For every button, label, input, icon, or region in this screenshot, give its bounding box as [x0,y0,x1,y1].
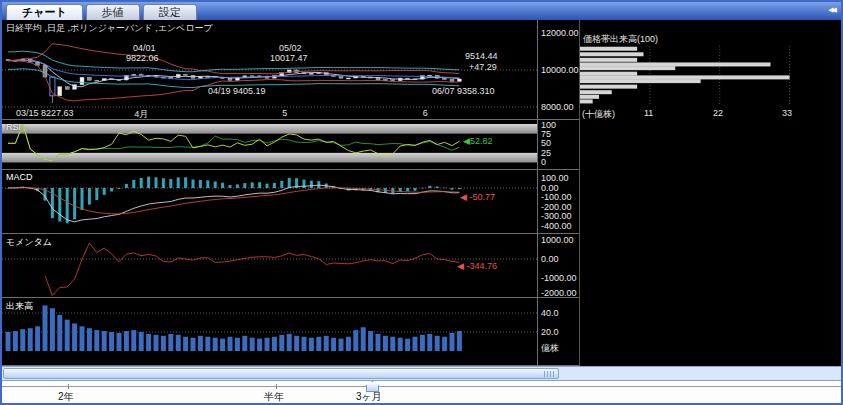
rsi-row: RSI ◀52.82 100 75 50 25 0 [2,120,841,170]
macd-label: MACD [6,172,33,182]
vol-tick-40: 40.0 [541,308,559,318]
volume-canvas [2,298,538,366]
range-thumb[interactable] [366,381,379,392]
time-range-selector[interactable]: 2年 半年 3ヶ月 [2,380,841,403]
rsi-tick-50: 50 [541,138,551,148]
range-label-2y[interactable]: 2年 [58,390,74,404]
rsi-label: RSI [6,122,21,132]
range-label-3m[interactable]: 3ヶ月 [356,390,382,404]
scrollbar-thumb[interactable] [3,368,559,379]
last-price: 9514.44 [465,51,498,61]
annotation-0502-date: 05/02 [279,43,302,53]
x-tick-june: 6 [423,108,428,118]
annotation-0502-price: 10017.47 [270,53,308,63]
main-chart-row: 日経平均 ,日足 ,ボリンジャーバンド ,エンベロープ 04/01 9822.0… [2,20,841,120]
momentum-value: ◀ -344.76 [457,261,497,271]
main-chart-plot[interactable]: 日経平均 ,日足 ,ボリンジャーバンド ,エンベロープ 04/01 9822.0… [2,20,538,120]
x-tick-may: 5 [282,108,287,118]
volume-label: 出来高 [6,300,33,313]
momentum-row: モメンタム ◀ -344.76 1000.00 0.00 -1000.00 -2… [2,234,841,298]
macd-tick-n100: -100.00 [541,192,572,202]
vol-tick-20: 20.0 [541,327,559,337]
chart-window: チャート 歩値 設定 ◀◀ 日経平均 ,日足 ,ボリンジャーバンド ,エンベロー… [0,0,843,405]
volume-row: 出来高 40.0 20.0 億株 [2,298,841,366]
scrollbar-grip-icon [544,371,555,377]
momentum-y-axis: 1000.00 0.00 -1000.00 -2000.00 [538,234,580,298]
collapse-icon[interactable]: ◀◀ [828,6,835,14]
momentum-right-filler [580,234,839,298]
range-tick-2y [68,384,69,389]
main-y-tick-8000: 8000.00 [541,102,574,112]
main-y-axis: 12000.00 10000.00 8000.00 [538,20,580,120]
pv-x-tick-11: 11 [644,108,653,118]
tab-settings[interactable]: 設定 [143,4,197,20]
last-change: +47.29 [469,62,497,72]
macd-tick-100: 100.00 [541,173,569,183]
range-label-6m[interactable]: 半年 [264,390,284,404]
x-tick-april: 4月 [134,108,148,120]
rsi-canvas [2,120,538,170]
annotation-0315-low: 03/15 8227.63 [16,108,74,118]
volume-right-filler [580,298,839,366]
annotation-0401-date: 04/01 [133,43,156,53]
momentum-label: モメンタム [6,236,52,249]
macd-plot[interactable]: MACD ◀ -50.77 [2,170,538,234]
range-track [2,386,841,387]
volume-plot[interactable]: 出来高 [2,298,538,366]
pv-x-tick-22: 22 [713,108,723,118]
macd-value: ◀ -50.77 [460,192,495,202]
chart-legend: 日経平均 ,日足 ,ボリンジャーバンド ,エンベロープ [6,22,213,35]
momentum-plot[interactable]: モメンタム ◀ -344.76 [2,234,538,298]
macd-y-axis: 100.00 0.00 -100.00 -200.00 -300.00 -400… [538,170,580,234]
tab-price-steps[interactable]: 歩値 [86,4,140,20]
main-y-tick-10000: 10000.00 [541,65,579,75]
rsi-right-filler [580,120,839,170]
rsi-y-axis: 100 75 50 25 0 [538,120,580,170]
rsi-plot[interactable]: RSI ◀52.82 [2,120,538,170]
macd-row: MACD ◀ -50.77 100.00 0.00 -100.00 -200.0… [2,170,841,234]
rsi-tick-0: 0 [541,157,546,167]
main-y-tick-12000: 12000.00 [541,28,579,38]
macd-tick-n300: -300.00 [541,211,572,221]
volume-y-axis: 40.0 20.0 億株 [538,298,580,366]
macd-right-filler [580,170,839,234]
range-tick-6m [276,384,277,389]
mom-tick-n1000: -1000.00 [541,273,577,283]
tab-bar: チャート 歩値 設定 ◀◀ [2,2,841,20]
pv-x-tick-33: 33 [782,108,792,118]
horizontal-scrollbar[interactable] [2,366,841,380]
mom-tick-1000: 1000.00 [541,235,574,245]
candlestick-canvas [2,20,538,120]
mom-tick-0: 0.00 [541,254,559,264]
tab-chart[interactable]: チャート [6,4,83,20]
annotation-0607-low: 06/07 9358.310 [432,86,495,96]
price-volume-panel: 価格帯出来高(100) (十億株) 11 22 33 [580,20,839,120]
vol-unit: 億株 [541,342,559,355]
price-volume-title: 価格帯出来高(100) [583,33,658,46]
macd-canvas [2,170,538,234]
rsi-value: ◀52.82 [463,136,492,146]
annotation-0419-low: 04/19 9405.19 [208,86,266,96]
macd-tick-n400: -400.00 [541,221,572,231]
mom-tick-n2000: -2000.00 [541,288,577,298]
annotation-0401-price: 9822.06 [126,53,159,63]
